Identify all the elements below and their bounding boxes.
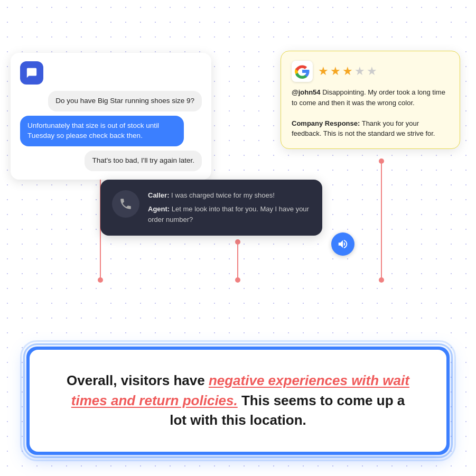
main-container: Do you have Big Star running shoes size … (0, 0, 476, 476)
chat-bubble-1: Do you have Big Star running shoes size … (48, 91, 202, 111)
call-transcript: Caller: I was charged twice for my shoes… (148, 190, 311, 225)
star-5: ★ (367, 64, 377, 78)
star-3: ★ (342, 64, 353, 78)
google-g-icon (292, 61, 313, 82)
volume-icon (337, 238, 349, 250)
chat-card: Do you have Big Star running shoes size … (11, 53, 211, 180)
star-1: ★ (318, 64, 329, 78)
phone-icon-circle (112, 190, 139, 218)
call-card: Caller: I was charged twice for my shoes… (100, 180, 322, 236)
svg-point-6 (379, 277, 384, 283)
star-4: ★ (354, 64, 365, 78)
summary-text: Overall, visitors have negative experien… (61, 371, 415, 431)
company-response: Company Response: Thank you for your fee… (292, 118, 449, 139)
chat-bubble-2: Unfortunately that size is out of stock … (20, 116, 184, 146)
review-text: @john54 Disappointing. My order took a l… (292, 87, 449, 108)
speaker-button[interactable] (331, 232, 354, 256)
star-rating: ★ ★ ★ ★ ★ (318, 64, 377, 78)
caller-line: Caller: I was charged twice for my shoes… (148, 190, 311, 201)
agent-line: Agent: Let me look into that for you. Ma… (148, 204, 311, 225)
summary-card-inner: Overall, visitors have negative experien… (30, 350, 446, 452)
chat-icon-wrapper (20, 61, 43, 85)
review-card: ★ ★ ★ ★ ★ @john54 Disappointing. My orde… (281, 51, 460, 149)
phone-icon (119, 197, 133, 211)
summary-card-outer: Overall, visitors have negative experien… (26, 347, 450, 455)
chat-bubble-3: That's too bad, I'll try again later. (85, 151, 202, 171)
svg-point-5 (379, 158, 384, 164)
google-logo (292, 61, 313, 82)
review-body: @john54 Disappointing. My order took a l… (292, 87, 449, 139)
review-header: ★ ★ ★ ★ ★ (292, 61, 449, 82)
star-2: ★ (330, 64, 341, 78)
svg-point-8 (235, 239, 240, 245)
message-icon (26, 67, 38, 79)
svg-point-9 (235, 277, 240, 283)
chat-messages: Do you have Big Star running shoes size … (20, 91, 202, 171)
svg-point-3 (98, 277, 103, 283)
